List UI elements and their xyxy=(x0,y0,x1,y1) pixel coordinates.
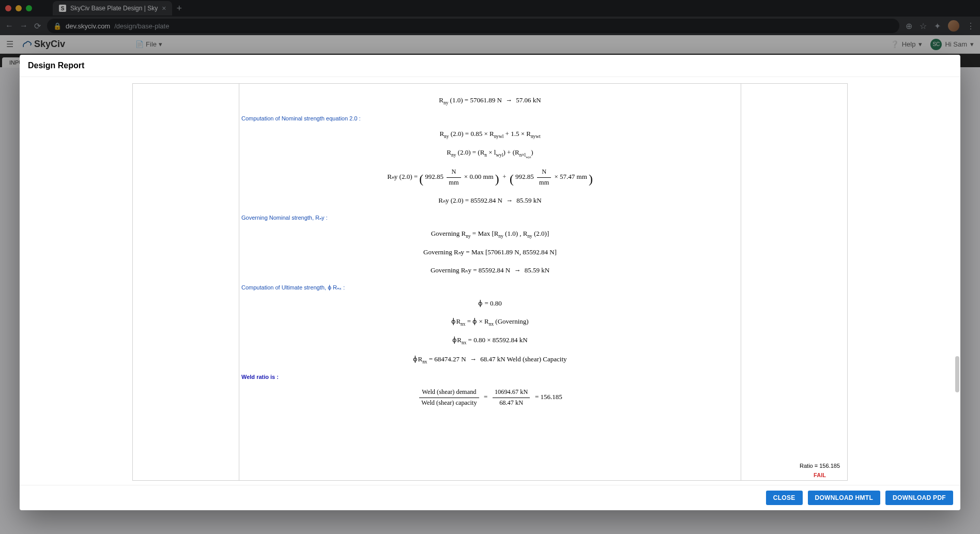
design-report-modal: Design Report Ratio = 156.185 FAIL Rny (… xyxy=(20,55,960,510)
download-pdf-button[interactable]: DOWNLOAD PDF xyxy=(885,491,953,505)
equation-6: Governing Rny = Max [Rny (1.0) , Rny (2.… xyxy=(241,228,739,240)
section-head-ultimate: Computation of Ultimate strength, ϕ Rₙₓ … xyxy=(241,284,739,291)
scrollbar-thumb[interactable] xyxy=(955,356,959,392)
page-right-margin: Ratio = 156.185 FAIL xyxy=(741,84,847,480)
equation-4: Rₙy (2.0) = ( 992.85 Nmm × 0.00 mm ) + (… xyxy=(241,167,739,188)
equation-7: Governing Rₙy = Max [57061.89 N, 85592.8… xyxy=(241,247,739,258)
equation-8: Governing Rₙy = 85592.84 N → 85.59 kN xyxy=(241,265,739,276)
modal-footer: CLOSE DOWNLOAD HMTL DOWNLOAD PDF xyxy=(20,485,960,510)
equation-5: Rₙy (2.0) = 85592.84 N → 85.59 kN xyxy=(241,195,739,206)
equation-3: Rny (2.0) = (Rn × lwyl) + (Rn×lwyt) xyxy=(241,147,739,160)
equation-rny-1: Rny (1.0) = 57061.89 N → 57.06 kN xyxy=(241,95,739,107)
report-content: Rny (1.0) = 57061.89 N → 57.06 kN Comput… xyxy=(239,84,741,426)
equation-11: ϕRnx = 0.80 × 85592.84 kN xyxy=(241,335,739,347)
equation-ratio: Weld (shear) demand Weld (shear) capacit… xyxy=(241,387,739,408)
equation-9: ϕ = 0.80 xyxy=(241,298,739,309)
section-head-nominal-eq2: Computation of Nominal strength equation… xyxy=(241,115,739,121)
section-head-weld-ratio: Weld ratio is : xyxy=(241,374,739,380)
browser-window: S SkyCiv Base Plate Design | Sky × + ← →… xyxy=(0,0,980,534)
page-left-margin xyxy=(133,84,239,480)
close-button[interactable]: CLOSE xyxy=(766,491,803,505)
report-page: Ratio = 156.185 FAIL Rny (1.0) = 57061.8… xyxy=(132,83,848,481)
equation-12: ϕRnx = 68474.27 N → 68.47 kN Weld (shear… xyxy=(241,354,739,366)
ratio-summary: Ratio = 156.185 FAIL xyxy=(800,463,840,478)
modal-title: Design Report xyxy=(20,55,960,77)
download-html-button[interactable]: DOWNLOAD HMTL xyxy=(808,491,881,505)
status-fail: FAIL xyxy=(800,472,840,478)
equation-10: ϕRnx = ϕ × Rnx (Governing) xyxy=(241,316,739,328)
section-head-governing: Governing Nominal strength, Rₙy : xyxy=(241,215,739,221)
equation-2: Rny (2.0) = 0.85 × Rnywl + 1.5 × Rnywt xyxy=(241,129,739,141)
ratio-value: Ratio = 156.185 xyxy=(800,463,840,469)
modal-body[interactable]: Ratio = 156.185 FAIL Rny (1.0) = 57061.8… xyxy=(20,77,960,485)
